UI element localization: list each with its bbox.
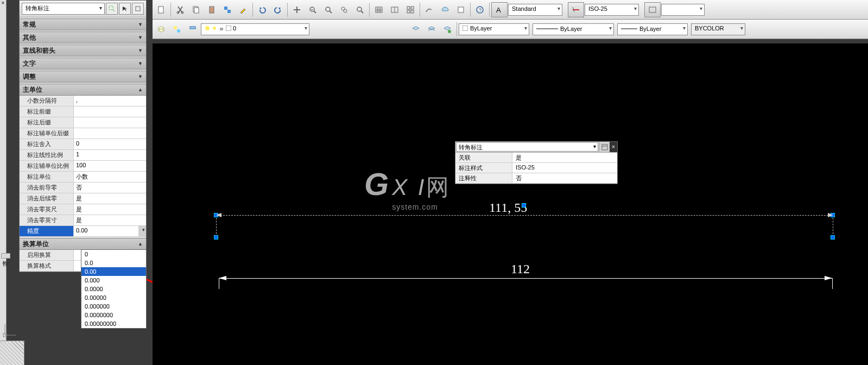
- drawing-area[interactable]: G X I网 system.com 转角标注 × 关联是 标注样式ISO-25 …: [153, 43, 868, 365]
- layer-state-button[interactable]: [169, 22, 185, 37]
- dimension-line[interactable]: [215, 215, 834, 216]
- color-selector[interactable]: ByLayer: [459, 23, 529, 35]
- close-icon[interactable]: ×: [610, 142, 617, 152]
- layer-selector[interactable]: 0: [201, 23, 309, 35]
- linetype-selector[interactable]: ByLayer: [533, 23, 614, 35]
- quick-prop-row[interactable]: 注释性否: [455, 173, 617, 184]
- category-text[interactable]: 文字▼: [20, 58, 146, 70]
- quick-props-options-button[interactable]: [599, 142, 610, 152]
- prop-row[interactable]: 标注辅单位比例100: [20, 161, 146, 172]
- precision-option[interactable]: 0.0: [81, 259, 146, 267]
- layer-props-button[interactable]: [154, 22, 169, 37]
- table-style-selector[interactable]: [661, 4, 705, 16]
- precision-option[interactable]: 0.00000: [81, 293, 146, 302]
- copy-button[interactable]: [188, 2, 204, 17]
- quick-prop-row[interactable]: 标注样式ISO-25: [455, 163, 617, 173]
- grip[interactable]: [522, 203, 526, 207]
- precision-option[interactable]: 0.00000000: [81, 319, 146, 328]
- category-fit[interactable]: 调整▼: [20, 71, 146, 83]
- precision-option[interactable]: 0: [81, 250, 146, 259]
- selection-type-selector[interactable]: 转角标注: [22, 3, 105, 15]
- prop-row[interactable]: 标注辅单位后缀: [20, 128, 146, 139]
- svg-rect-4: [194, 8, 199, 13]
- prop-row[interactable]: 标注线性比例1: [20, 150, 146, 161]
- category-alt-units[interactable]: 换算单位▲: [20, 238, 146, 250]
- brush-button[interactable]: [236, 2, 251, 17]
- blocks-button[interactable]: [453, 2, 468, 17]
- prop-row[interactable]: 消去后续零是: [20, 193, 146, 204]
- prop-row[interactable]: 消去前导零否: [20, 182, 146, 193]
- toggle-pickadd-button[interactable]: [132, 3, 144, 15]
- arrowhead-icon: [219, 276, 226, 280]
- prop-row[interactable]: 标注单位小数: [20, 172, 146, 182]
- dim-style-selector[interactable]: ISO-25: [585, 4, 639, 16]
- category-misc[interactable]: 其他▼: [20, 32, 146, 43]
- cut-button[interactable]: [173, 2, 188, 17]
- dimension-line[interactable]: [219, 278, 832, 279]
- zoom-extents-button[interactable]: [352, 2, 368, 17]
- layer-tool3-button[interactable]: [440, 22, 455, 37]
- ucs-icon: [2, 322, 18, 338]
- precision-option[interactable]: 0.0000000: [81, 311, 146, 319]
- quick-properties-popup[interactable]: 转角标注 × 关联是 标注样式ISO-25 注释性否: [455, 141, 618, 184]
- prop-row[interactable]: 标注后缀: [20, 117, 146, 128]
- svg-rect-40: [220, 28, 223, 30]
- xref-button[interactable]: [422, 2, 437, 17]
- svg-rect-6: [211, 6, 213, 8]
- zoom-window-button[interactable]: [321, 2, 336, 17]
- category-primary-units[interactable]: 主单位▲: [20, 84, 146, 96]
- precision-option[interactable]: 0.0000: [81, 285, 146, 293]
- zoom-realtime-button[interactable]: +: [305, 2, 320, 17]
- lineweight-selector[interactable]: ByLayer: [617, 23, 688, 35]
- table-button[interactable]: [371, 2, 387, 17]
- grid-button[interactable]: [403, 2, 418, 17]
- layout-tab-corner[interactable]: [0, 341, 24, 365]
- properties-tab-vertical[interactable]: 特性: [1, 253, 10, 259]
- layer-tool1-button[interactable]: [408, 22, 423, 37]
- precision-option[interactable]: 0.000: [81, 276, 146, 285]
- paste-button[interactable]: [204, 2, 219, 17]
- svg-text:A: A: [496, 6, 501, 14]
- precision-option[interactable]: 0.00: [81, 267, 146, 276]
- prop-row-precision[interactable]: 精度0.00: [20, 226, 146, 237]
- grip[interactable]: [214, 235, 218, 240]
- quick-select-button[interactable]: [106, 3, 118, 15]
- table2-button[interactable]: [387, 2, 402, 17]
- layer-filter-button[interactable]: [185, 22, 200, 37]
- lineweight-icon: [621, 27, 637, 30]
- match-props-button[interactable]: [220, 2, 235, 17]
- category-general[interactable]: 常规▼: [20, 18, 146, 30]
- prop-row[interactable]: 小数分隔符,: [20, 96, 146, 106]
- svg-rect-25: [407, 7, 410, 9]
- category-lines-arrows[interactable]: 直线和箭头▼: [20, 45, 146, 56]
- dimension-text[interactable]: 112: [511, 262, 530, 276]
- close-panel-x[interactable]: ×: [0, 0, 6, 6]
- plotstyle-selector[interactable]: BYCOLOR: [691, 23, 745, 35]
- svg-rect-7: [224, 7, 227, 10]
- select-objects-button[interactable]: [119, 3, 131, 15]
- undo-button[interactable]: [255, 2, 270, 17]
- svg-point-38: [205, 26, 210, 30]
- zoom-prev-button[interactable]: [337, 2, 352, 17]
- precision-option[interactable]: 0.000000: [81, 302, 146, 311]
- layer-tool2-button[interactable]: [424, 22, 439, 37]
- grip[interactable]: [831, 235, 835, 240]
- help-button[interactable]: ?: [472, 2, 487, 17]
- pan-button[interactable]: [289, 2, 305, 17]
- new-button[interactable]: [154, 2, 169, 17]
- svg-rect-0: [159, 7, 163, 13]
- separator: [470, 3, 471, 17]
- svg-point-15: [344, 9, 347, 12]
- redo-button[interactable]: [270, 2, 286, 17]
- precision-dropdown[interactable]: 0 0.0 0.00 0.000 0.0000 0.00000 0.000000…: [81, 249, 147, 329]
- quick-props-selector[interactable]: 转角标注: [456, 142, 598, 152]
- prop-row[interactable]: 消去零英尺是: [20, 204, 146, 215]
- prop-row[interactable]: 标注舍入0: [20, 139, 146, 150]
- svg-rect-37: [190, 27, 195, 29]
- properties-panel: 转角标注 常规▼ 其他▼ 直线和箭头▼ 文字▼ 调整▼ 主单位▲ 小数分隔符, …: [19, 0, 147, 272]
- cloud-button[interactable]: [438, 2, 453, 17]
- prop-row[interactable]: 消去零英寸是: [20, 215, 146, 226]
- quick-prop-row[interactable]: 关联是: [455, 153, 617, 163]
- text-style-selector[interactable]: Standard: [508, 4, 562, 16]
- prop-row[interactable]: 标注前缀: [20, 106, 146, 117]
